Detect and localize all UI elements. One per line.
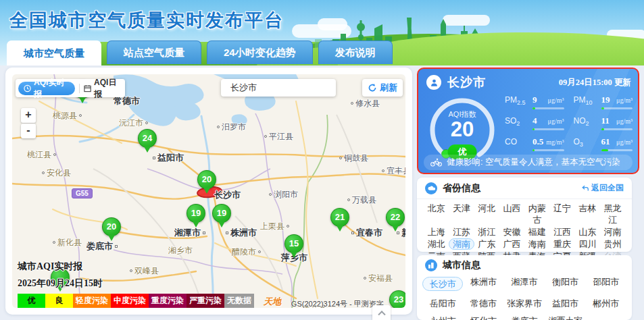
city-item[interactable]: 张家界市 — [504, 298, 545, 309]
province-item[interactable]: 四川 — [575, 238, 600, 250]
label-dot — [53, 153, 56, 156]
legend-level: 良 — [45, 294, 73, 308]
pollutant-body: 9μg/m³ — [532, 95, 564, 109]
aqi-marker[interactable]: 19 — [187, 204, 205, 231]
zoom-out-button[interactable]: - — [21, 124, 36, 138]
zoom-in-button[interactable]: + — [21, 108, 36, 123]
province-item[interactable]: 贵州 — [600, 238, 625, 250]
city-item[interactable]: 衡阳市 — [545, 277, 585, 287]
legend-level: 优 — [18, 294, 45, 308]
province-item[interactable]: 河北 — [474, 203, 499, 225]
legend-level: 中度污染 — [111, 294, 149, 308]
tab-station-air[interactable]: 站点空气质量 — [107, 41, 201, 64]
pollutant-bar — [532, 128, 564, 130]
aqi-marker[interactable]: 24 — [138, 129, 157, 156]
province-item[interactable]: 山东 — [575, 226, 600, 238]
map-label: 万载县 — [345, 194, 376, 206]
aqi-realtime-toggle[interactable]: AQI实时报 — [18, 82, 75, 95]
aqi-marker[interactable]: 15 — [284, 234, 303, 261]
province-item[interactable]: 北京 — [424, 203, 449, 225]
province-item[interactable]: 内蒙古 — [524, 203, 549, 225]
city-item[interactable]: 邵阳市 — [586, 277, 626, 287]
pollutant-body: 19μg/m³ — [601, 95, 633, 109]
pollutant-value: 11 — [601, 115, 610, 126]
pollutant-reading: 4μg/m³ — [532, 115, 564, 126]
province-item[interactable]: 吉林 — [575, 203, 600, 225]
pollutant-value: 9 — [532, 95, 537, 105]
province-item[interactable]: 安徽 — [499, 226, 524, 238]
city-item[interactable]: 岳阳市 — [422, 298, 463, 309]
aqi-marker[interactable]: 19 — [212, 204, 231, 231]
search-input[interactable] — [230, 83, 349, 93]
pollutant-body: 4μg/m³ — [532, 115, 564, 130]
city-item[interactable]: 长沙市 — [422, 277, 463, 291]
city-item[interactable]: 郴州市 — [586, 298, 626, 309]
province-item[interactable]: 浙江 — [474, 226, 499, 238]
legend-level: 重度污染 — [149, 294, 187, 308]
city-item[interactable]: 娄底市 — [504, 316, 545, 320]
pollutant-name: SO2 — [505, 115, 528, 130]
city-item[interactable]: 株洲市 — [463, 277, 503, 287]
chevron-up-icon — [378, 311, 385, 318]
province-item[interactable]: 海南 — [524, 238, 549, 250]
legend-date: 2025年09月24日15时 — [18, 277, 254, 290]
map-label: 修水县 — [349, 98, 380, 109]
aqi-marker[interactable]: 20 — [102, 217, 121, 244]
collapse-button[interactable] — [372, 305, 391, 320]
province-item[interactable]: 辽宁 — [549, 203, 574, 225]
map-label: 新化县 — [51, 237, 82, 248]
pollutant-item: O361μg/m³ — [574, 136, 633, 151]
province-item[interactable]: 天津 — [449, 203, 474, 225]
tab-city-air[interactable]: 城市空气质量 — [7, 41, 101, 65]
province-item[interactable]: 福建 — [524, 226, 549, 238]
label-dot — [339, 157, 342, 159]
refresh-button[interactable]: 刷新 — [362, 79, 403, 97]
aqi-marker[interactable]: 21 — [330, 208, 349, 235]
province-item[interactable]: 广西 — [499, 238, 524, 250]
province-item[interactable]: 重庆 — [549, 238, 574, 250]
city-item[interactable]: 怀化市 — [463, 316, 503, 320]
map-label: 上栗县 — [260, 221, 291, 232]
city-item[interactable]: 湘西土家族苗族自治州 — [545, 316, 585, 320]
map-label: 浏阳市 — [267, 189, 298, 201]
pollutant-reading: 9μg/m³ — [532, 95, 564, 105]
city-item[interactable]: 湘潭市 — [504, 277, 545, 287]
map-canvas[interactable]: AQI实时报 AQI日报 + - — [12, 74, 405, 308]
province-item[interactable]: 广东 — [474, 238, 499, 250]
aqi-value: 20 — [422, 117, 502, 142]
city-item[interactable]: 永州市 — [422, 316, 463, 320]
legend-level: 严重污染 — [187, 294, 224, 308]
pollutant-item: NO211μg/m³ — [574, 115, 633, 130]
pollutant-unit: μg/m³ — [616, 97, 633, 104]
pollutant-value: 4 — [532, 115, 537, 126]
map-label: 汨罗市 — [215, 122, 246, 133]
province-item[interactable]: 河南 — [600, 226, 625, 238]
city-item[interactable]: 常德市 — [463, 298, 503, 309]
building-badge-icon — [425, 259, 437, 271]
aqi-marker-value: 20 — [197, 170, 216, 189]
map-legend: 城市AQI实时报 2025年09月24日15时 优良轻度污染中度污染重度污染严重… — [18, 261, 254, 308]
tab-trend-24h[interactable]: 24小时变化趋势 — [207, 41, 313, 64]
province-item[interactable]: 上海 — [424, 226, 449, 238]
aqi-daily-toggle[interactable]: AQI日报 — [84, 77, 122, 100]
back-to-national-link[interactable]: 返回全国 — [581, 182, 624, 194]
aqi-marker[interactable]: 20 — [197, 170, 216, 197]
city-aqi-panel: 长沙市 09月24日15:00 更新 AQI指数 20 优 PM2.59μg/m… — [417, 68, 639, 174]
province-item[interactable]: 江苏 — [449, 226, 474, 238]
province-item[interactable]: 黑龙江 — [600, 203, 625, 225]
province-item[interactable]: 湖南 — [449, 238, 474, 250]
pollutant-body: 61μg/m³ — [601, 136, 633, 151]
return-arrow-icon — [581, 184, 589, 192]
tab-release-notes[interactable]: 发布说明 — [318, 41, 393, 64]
pollutant-body: 11μg/m³ — [601, 115, 633, 130]
pollutant-reading: 11μg/m³ — [601, 115, 633, 126]
pollutant-name: NO2 — [574, 115, 597, 130]
city-item[interactable]: 益阳市 — [545, 298, 585, 309]
aqi-marker[interactable]: 22 — [386, 208, 405, 235]
map-label: 桃源县 — [53, 110, 84, 122]
province-item[interactable]: 江西 — [549, 226, 574, 238]
pollutant-name: CO — [505, 136, 528, 151]
label-dot — [258, 250, 261, 253]
province-item[interactable]: 山西 — [499, 203, 524, 225]
province-item[interactable]: 湖北 — [424, 238, 449, 250]
